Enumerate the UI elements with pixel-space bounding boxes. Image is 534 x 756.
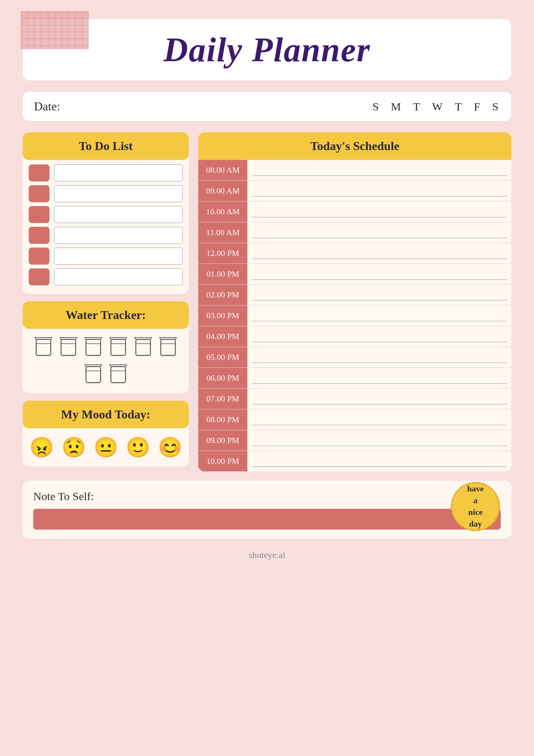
event-8pm[interactable]	[252, 414, 507, 425]
mood-section: My Mood Today: 😠 😟 😐 🙂 😊	[23, 401, 189, 466]
time-5pm: 05.00 PM	[198, 347, 247, 367]
todo-item-3	[29, 206, 183, 223]
mood-very-happy[interactable]: 😊	[158, 436, 182, 459]
time-12pm: 12.00 PM	[198, 243, 247, 263]
note-section: Note To Self:	[23, 481, 511, 539]
water-cup-8[interactable]	[108, 364, 128, 386]
svg-rect-8	[136, 339, 151, 356]
schedule-section: Today's Schedule 08.00 AM 09.00 AM 10.00…	[198, 132, 511, 471]
schedule-row-8am: 08.00 AM	[198, 160, 511, 181]
schedule-row-3pm: 03.00 PM	[198, 305, 511, 326]
day-s1: S	[372, 100, 380, 113]
nice-day-badge: have a nice day	[451, 482, 500, 531]
note-area[interactable]	[33, 509, 501, 530]
svg-rect-12	[86, 367, 101, 383]
event-3pm[interactable]	[252, 310, 507, 321]
water-cup-4[interactable]	[108, 336, 128, 358]
day-s2: S	[492, 100, 500, 113]
event-11am[interactable]	[252, 227, 507, 238]
todo-line-2[interactable]	[54, 185, 183, 202]
event-9am[interactable]	[252, 186, 507, 197]
water-cups	[23, 329, 189, 393]
todo-line-6[interactable]	[54, 268, 183, 285]
event-10am[interactable]	[252, 206, 507, 217]
todo-line-5[interactable]	[54, 248, 183, 265]
time-10am: 10.00 AM	[198, 201, 247, 222]
event-9pm[interactable]	[252, 435, 507, 446]
note-label: Note To Self:	[33, 490, 94, 502]
time-1pm: 01.00 PM	[198, 264, 247, 284]
mood-angry[interactable]: 😠	[29, 436, 54, 459]
water-cup-7[interactable]	[83, 364, 103, 386]
mood-happy[interactable]: 🙂	[126, 436, 150, 459]
todo-line-4[interactable]	[54, 227, 183, 244]
mood-sad[interactable]: 😟	[62, 436, 86, 459]
schedule-row-10am: 10.00 AM	[198, 201, 511, 222]
schedule-row-7pm: 07.00 PM	[198, 389, 511, 409]
time-4pm: 04.00 PM	[198, 326, 247, 347]
event-6pm[interactable]	[252, 373, 507, 384]
date-row: Date: S M T W T F S	[23, 92, 511, 121]
event-12pm[interactable]	[252, 248, 507, 259]
page: Daily Planner Date: S M T W T F S To Do …	[0, 0, 534, 756]
footer-text: shuteye.ai	[249, 550, 286, 560]
time-6pm: 06.00 PM	[198, 368, 247, 388]
schedule-row-8pm: 08.00 PM	[198, 409, 511, 430]
schedule-body: 08.00 AM 09.00 AM 10.00 AM 11.00 AM 12.0…	[198, 160, 511, 471]
todo-checkbox-4[interactable]	[29, 227, 49, 244]
svg-rect-14	[111, 367, 126, 383]
time-2pm: 02.00 PM	[198, 285, 247, 305]
time-7pm: 07.00 PM	[198, 389, 247, 409]
event-1pm[interactable]	[252, 269, 507, 280]
schedule-row-6pm: 06.00 PM	[198, 368, 511, 389]
todo-section: To Do List	[23, 132, 189, 294]
water-header: Water Tracker:	[23, 301, 189, 329]
svg-rect-0	[36, 339, 51, 356]
schedule-header: Today's Schedule	[198, 132, 511, 160]
todo-item-4	[29, 227, 183, 244]
event-2pm[interactable]	[252, 290, 507, 301]
note-wrapper: Note To Self: have a nice day	[23, 481, 511, 539]
water-cup-6[interactable]	[158, 336, 178, 358]
water-cup-5[interactable]	[133, 336, 153, 358]
water-section: Water Tracker:	[23, 301, 189, 393]
event-7pm[interactable]	[252, 393, 507, 404]
svg-rect-6	[111, 339, 126, 356]
todo-item-5	[29, 248, 183, 265]
schedule-row-4pm: 04.00 PM	[198, 326, 511, 347]
todo-checkbox-5[interactable]	[29, 248, 49, 265]
event-8am[interactable]	[252, 165, 507, 176]
water-cup-1[interactable]	[34, 336, 53, 358]
todo-checkbox-2[interactable]	[29, 185, 49, 202]
day-f: F	[474, 100, 482, 113]
todo-line-1[interactable]	[54, 164, 183, 181]
left-column: To Do List	[23, 132, 189, 471]
time-8pm: 08.00 PM	[198, 409, 247, 430]
schedule-row-9pm: 09.00 PM	[198, 430, 511, 451]
event-10pm[interactable]	[252, 456, 507, 467]
todo-items	[23, 160, 189, 294]
time-8am: 08.00 AM	[198, 160, 247, 180]
todo-line-3[interactable]	[54, 206, 183, 223]
todo-checkbox-3[interactable]	[29, 206, 49, 223]
event-5pm[interactable]	[252, 352, 507, 363]
main-content: To Do List	[23, 132, 511, 471]
schedule-row-5pm: 05.00 PM	[198, 347, 511, 368]
day-w: W	[432, 100, 444, 113]
mood-neutral[interactable]: 😐	[94, 436, 118, 459]
time-9pm: 09.00 PM	[198, 430, 247, 451]
schedule-row-12pm: 12.00 PM	[198, 243, 511, 264]
water-cup-3[interactable]	[83, 336, 103, 358]
page-title: Daily Planner	[38, 30, 496, 69]
schedule-row-9am: 09.00 AM	[198, 181, 511, 201]
time-10pm: 10.00 PM	[198, 451, 247, 471]
title-container: Daily Planner	[23, 19, 511, 81]
todo-checkbox-6[interactable]	[29, 268, 49, 285]
mood-header: My Mood Today:	[23, 401, 189, 428]
nice-day-text: have a nice day	[467, 483, 484, 530]
todo-checkbox-1[interactable]	[29, 164, 49, 181]
water-cup-2[interactable]	[59, 336, 78, 358]
event-4pm[interactable]	[252, 331, 507, 342]
svg-rect-4	[86, 339, 101, 356]
schedule-row-10pm: 10.00 PM	[198, 451, 511, 471]
